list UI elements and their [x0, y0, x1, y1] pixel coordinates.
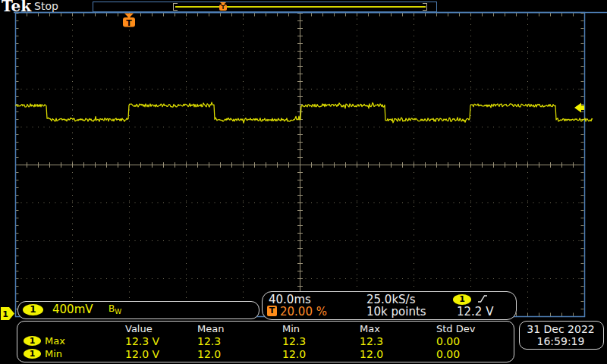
svg-text:T: T	[126, 18, 132, 28]
record-window-right-bracket[interactable]	[423, 3, 427, 11]
measurement-stddev: 0.00	[436, 335, 460, 347]
measurement-mean: 12.3	[197, 335, 221, 347]
measurement-stddev: 0.00	[436, 348, 460, 360]
bandwidth-limit-icon: BW	[109, 303, 121, 315]
record-window-left-bracket[interactable]	[173, 3, 178, 11]
col-header-min: Min	[282, 323, 300, 334]
date-label: 31 Dec 2022	[520, 323, 602, 335]
record-window-line	[175, 6, 426, 8]
measurement-name: Min	[45, 348, 62, 359]
measurement-table[interactable]: Value Mean Min Max Std Dev 1 Max 12.3 V …	[17, 321, 514, 362]
measurement-value: 12.0 V	[125, 348, 159, 360]
trigger-source-badge: 1	[453, 294, 471, 305]
trigger-slope-rising-icon	[477, 293, 489, 304]
measurement-mean: 12.0	[197, 348, 221, 360]
horizontal-trigger-readout[interactable]: 40.0ms 25.0kS/s 1 T 20.00 % 10k points 1…	[262, 291, 517, 320]
datetime-readout: 31 Dec 2022 16:59:19	[519, 321, 604, 350]
measurement-min: 12.0	[282, 348, 306, 360]
measurement-value: 12.3 V	[125, 335, 159, 347]
col-header-max: Max	[360, 323, 380, 334]
measurement-max: 12.0	[360, 348, 383, 360]
record-length: 10k points	[366, 305, 426, 318]
col-header-stddev: Std Dev	[436, 323, 475, 334]
acquisition-status: Stop	[34, 0, 58, 12]
measurement-name: Max	[45, 335, 65, 347]
channel1-badge: 1	[23, 304, 43, 315]
trigger-position: 20.00 %	[280, 305, 327, 318]
record-view-bar[interactable]: T	[93, 2, 437, 12]
channel1-badge: 1	[24, 336, 41, 346]
trigger-t-icon: T	[267, 306, 277, 316]
oscilloscope-screen: T1 Tek Stop T 1 400mV BW 40.0ms 25.0kS/s…	[0, 0, 607, 364]
channel1-scale: 400mV	[52, 303, 93, 316]
trigger-level: 12.2 V	[457, 305, 493, 318]
measurement-min: 12.3	[282, 335, 306, 347]
record-trigger-t-icon: T	[219, 5, 227, 11]
channel1-readout[interactable]: 1 400mV BW	[17, 301, 259, 319]
col-header-value: Value	[125, 323, 153, 334]
col-header-mean: Mean	[197, 323, 224, 334]
tek-logo: Tek	[2, 0, 31, 15]
ch1-waveform-trace	[15, 102, 593, 123]
svg-text:1: 1	[2, 309, 8, 319]
channel1-badge: 1	[24, 349, 41, 359]
time-label: 16:59:19	[520, 335, 602, 347]
measurement-max: 12.3	[360, 335, 383, 347]
